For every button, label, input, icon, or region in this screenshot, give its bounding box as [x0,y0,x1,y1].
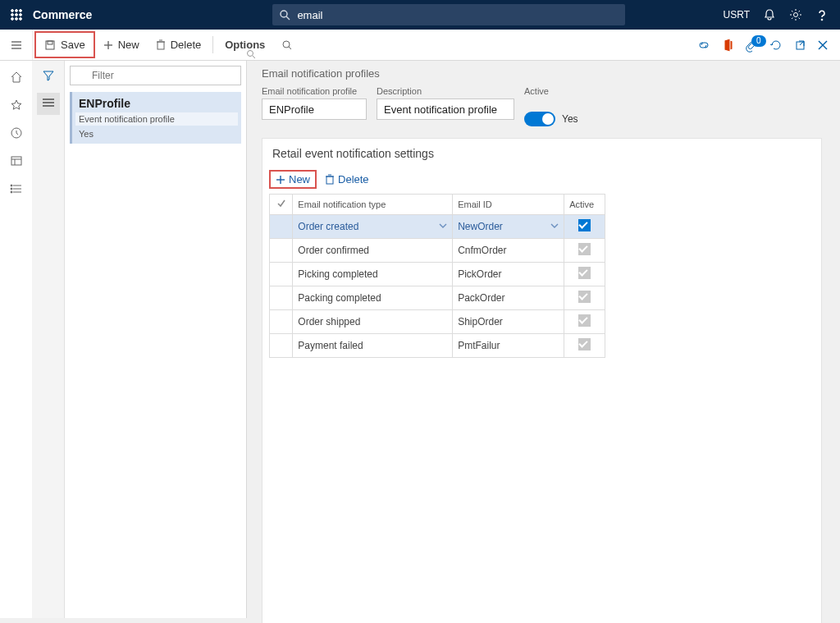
cell-active[interactable] [564,334,605,358]
profile-label: Email notification profile [262,86,367,96]
svg-point-11 [794,13,798,17]
col-type[interactable]: Email notification type [293,195,453,215]
table-row[interactable]: Order createdNewOrder [270,215,605,239]
global-search [272,4,625,25]
gear-icon[interactable] [789,8,802,21]
cell-emailid[interactable]: ShipOrder [453,310,564,334]
svg-point-37 [11,191,12,193]
svg-point-41 [248,51,253,57]
cell-active[interactable] [564,286,605,310]
close-icon[interactable] [817,39,829,51]
row-marker[interactable] [270,239,293,263]
cell-emailid[interactable]: CnfmOrder [453,239,564,263]
cell-type[interactable]: Order confirmed [293,239,453,263]
funnel-icon[interactable] [42,69,55,85]
checkbox-icon[interactable] [578,338,591,350]
cell-emailid[interactable]: PmtFailur [453,334,564,358]
new-button[interactable]: New [95,30,148,60]
svg-point-4 [16,14,18,16]
link-icon[interactable] [697,40,710,50]
refresh-icon[interactable] [769,39,783,52]
modules-icon[interactable] [10,182,23,195]
options-button[interactable]: Options [217,30,273,60]
header-form: Email notification profile Description A… [262,86,833,126]
cell-type[interactable]: Picking completed [293,263,453,286]
options-label: Options [225,39,265,51]
table-row[interactable]: Order shippedShipOrder [270,310,605,334]
highlight-save: Save [34,31,95,58]
cell-active[interactable] [564,215,605,239]
cell-emailid[interactable]: NewOrder [453,215,564,239]
record-title: ENProfile [79,97,235,110]
cell-type[interactable]: Order created [293,215,453,239]
help-icon[interactable] [815,8,829,21]
col-active[interactable]: Active [564,195,605,215]
svg-point-5 [20,14,22,16]
topbar: Commerce USRT [0,0,840,30]
profile-input[interactable] [262,98,367,120]
table-row[interactable]: Payment failedPmtFailur [270,334,605,358]
record-active: Yes [79,129,235,139]
filter-input[interactable] [70,66,241,85]
workspace-icon[interactable] [10,154,23,167]
main-pane: Email notification profiles Email notifi… [247,61,833,618]
brand-title[interactable]: Commerce [33,8,108,21]
star-icon[interactable] [10,98,23,112]
popout-icon[interactable] [794,39,806,51]
active-toggle[interactable] [524,112,555,126]
row-marker[interactable] [270,310,293,334]
checkbox-icon[interactable] [578,243,591,255]
row-marker[interactable] [270,215,293,239]
trash-icon [156,39,166,51]
hamburger-icon[interactable] [0,30,33,60]
checkbox-icon[interactable] [578,219,591,231]
panel-title: Retail event notification settings [262,139,821,168]
row-marker[interactable] [270,263,293,286]
action-toolbar: Save New Delete Options 0 [0,30,840,61]
cell-type[interactable]: Packing completed [293,286,453,310]
user-label[interactable]: USRT [724,9,750,21]
delete-button[interactable]: Delete [148,30,210,60]
app-launcher-icon[interactable] [0,9,33,21]
checkbox-icon[interactable] [578,314,591,327]
new-label: New [118,39,139,51]
panel-delete-button[interactable]: Delete [325,173,369,186]
home-icon[interactable] [10,71,23,84]
table-row[interactable]: Order confirmedCnfmOrder [270,239,605,263]
cell-emailid[interactable]: PickOrder [453,263,564,286]
page-search-button[interactable] [273,30,301,60]
col-emailid[interactable]: Email ID [453,195,564,215]
search-icon [279,9,290,21]
row-marker[interactable] [270,334,293,358]
checkbox-icon[interactable] [578,291,591,303]
description-label: Description [377,86,514,96]
cell-type[interactable]: Payment failed [293,334,453,358]
checkbox-icon[interactable] [578,267,591,279]
office-icon[interactable] [722,39,733,52]
cell-type[interactable]: Order shipped [293,310,453,334]
svg-point-1 [16,10,18,12]
settings-panel: Retail event notification settings New D… [262,138,822,623]
cell-active[interactable] [564,263,605,286]
global-search-input[interactable] [272,4,625,25]
list-view-icon[interactable] [37,93,60,115]
row-marker[interactable] [270,286,293,310]
save-icon [44,39,56,51]
svg-point-7 [16,18,18,21]
attachments-icon[interactable]: 0 [745,39,758,52]
cell-active[interactable] [564,310,605,334]
panel-new-button[interactable]: New [276,173,310,186]
save-button[interactable]: Save [36,39,94,51]
svg-point-9 [281,11,287,17]
recent-icon[interactable] [10,126,23,140]
cell-emailid[interactable]: PackOrder [453,286,564,310]
notification-bell-icon[interactable] [763,8,776,21]
description-input[interactable] [377,98,514,120]
record-card[interactable]: ENProfile Event notification profile Yes [70,92,241,144]
svg-line-42 [253,56,255,58]
table-row[interactable]: Picking completedPickOrder [270,263,605,286]
table-row[interactable]: Packing completedPackOrder [270,286,605,310]
cell-active[interactable] [564,239,605,263]
panel-delete-label: Delete [338,173,369,186]
col-select[interactable] [270,195,293,215]
